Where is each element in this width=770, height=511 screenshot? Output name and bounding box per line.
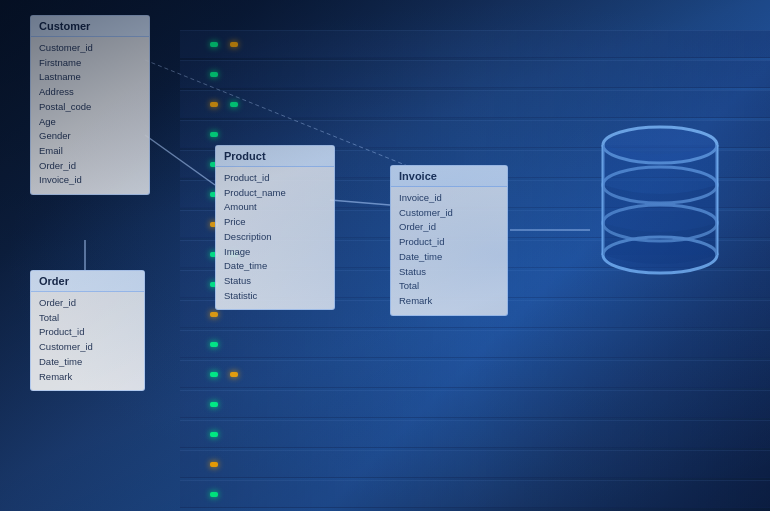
- field-i-product-id: Product_id: [399, 235, 499, 250]
- customer-table-header: Customer: [31, 16, 149, 37]
- order-table: Order Order_id Total Product_id Customer…: [30, 270, 145, 391]
- field-order-id: Order_id: [39, 159, 141, 174]
- field-o-date-time: Date_time: [39, 355, 136, 370]
- field-customer-id: Customer_id: [39, 41, 141, 56]
- field-o-customer-id: Customer_id: [39, 340, 136, 355]
- product-table-fields: Product_id Product_name Amount Price Des…: [216, 167, 334, 309]
- field-p-date-time: Date_time: [224, 259, 326, 274]
- invoice-table-header: Invoice: [391, 166, 507, 187]
- field-p-description: Description: [224, 230, 326, 245]
- field-p-product-id: Product_id: [224, 171, 326, 186]
- invoice-table: Invoice Invoice_id Customer_id Order_id …: [390, 165, 508, 316]
- order-table-header: Order: [31, 271, 144, 292]
- field-age: Age: [39, 115, 141, 130]
- field-i-status: Status: [399, 265, 499, 280]
- field-p-amount: Amount: [224, 200, 326, 215]
- field-i-date-time: Date_time: [399, 250, 499, 265]
- field-email: Email: [39, 144, 141, 159]
- field-lastname: Lastname: [39, 70, 141, 85]
- field-i-order-id: Order_id: [399, 220, 499, 235]
- field-i-remark: Remark: [399, 294, 499, 309]
- field-invoice-id: Invoice_id: [39, 173, 141, 188]
- database-icon: [595, 115, 715, 265]
- field-address: Address: [39, 85, 141, 100]
- field-firstname: Firstname: [39, 56, 141, 71]
- field-p-image: Image: [224, 245, 326, 260]
- order-table-fields: Order_id Total Product_id Customer_id Da…: [31, 292, 144, 390]
- customer-table: Customer Customer_id Firstname Lastname …: [30, 15, 150, 195]
- field-o-product-id: Product_id: [39, 325, 136, 340]
- field-i-customer-id: Customer_id: [399, 206, 499, 221]
- field-p-statistic: Statistic: [224, 289, 326, 304]
- field-o-order-id: Order_id: [39, 296, 136, 311]
- field-i-invoice-id: Invoice_id: [399, 191, 499, 206]
- field-i-total: Total: [399, 279, 499, 294]
- field-p-status: Status: [224, 274, 326, 289]
- field-p-product-name: Product_name: [224, 186, 326, 201]
- product-table: Product Product_id Product_name Amount P…: [215, 145, 335, 310]
- field-gender: Gender: [39, 129, 141, 144]
- field-postal-code: Postal_code: [39, 100, 141, 115]
- field-o-total: Total: [39, 311, 136, 326]
- database-cylinder-svg: [595, 115, 725, 285]
- field-p-price: Price: [224, 215, 326, 230]
- field-o-remark: Remark: [39, 370, 136, 385]
- product-table-header: Product: [216, 146, 334, 167]
- invoice-table-fields: Invoice_id Customer_id Order_id Product_…: [391, 187, 507, 315]
- customer-table-fields: Customer_id Firstname Lastname Address P…: [31, 37, 149, 194]
